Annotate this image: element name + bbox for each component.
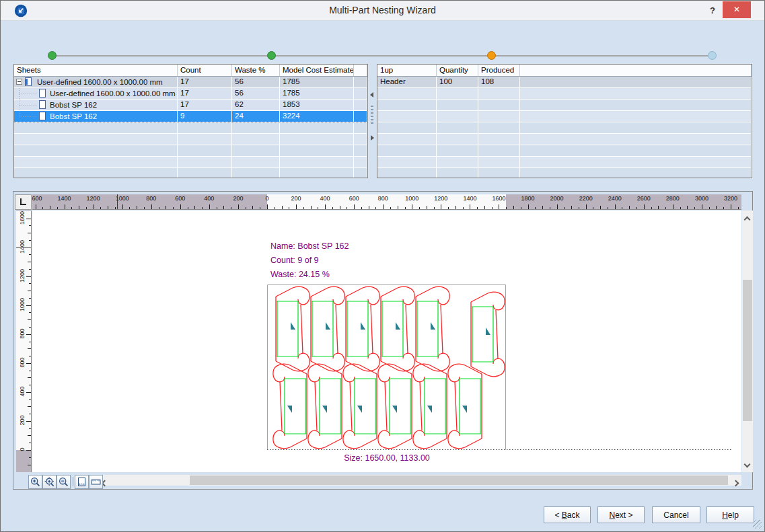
column-header[interactable]: Produced [478, 65, 520, 76]
tree-expander-minus-icon[interactable] [16, 79, 22, 85]
ruler-tick-label: 1800 [521, 195, 535, 202]
zoom-out-button[interactable] [57, 475, 71, 489]
wizard-step-dot-1[interactable] [48, 51, 57, 60]
column-header[interactable]: Quantity [437, 65, 478, 76]
toolbar-separator [71, 476, 75, 488]
column-header[interactable]: Count [178, 65, 232, 76]
ruler-tick-label: 1200 [87, 195, 100, 202]
empty-row [377, 168, 752, 178]
wizard-step-dot-4[interactable] [708, 51, 717, 60]
splitter-collapse-left-icon[interactable] [370, 92, 373, 98]
column-header[interactable]: 1up [377, 65, 437, 76]
empty-row [377, 157, 752, 168]
help-titlebar-button[interactable]: ? [704, 3, 721, 19]
ruler-tick-label: 600 [175, 195, 185, 202]
sheet-cell [354, 100, 367, 110]
resize-grip[interactable] [753, 520, 762, 529]
wizard-step-dot-2[interactable] [267, 51, 276, 60]
ruler-tick-label: 1200 [434, 195, 447, 202]
viewer-vertical-scrollbar[interactable] [742, 211, 753, 472]
ruler-tick-label: 1000 [19, 291, 26, 318]
ruler-tick-label: 800 [19, 320, 26, 347]
viewer-horizontal-scrollbar[interactable] [99, 475, 741, 486]
tree-branch-line [20, 111, 20, 116]
column-header[interactable]: Model Cost Estimate [280, 65, 354, 76]
oneup-table-row[interactable]: Header100108 [377, 77, 752, 88]
sheet-cell: 17 [178, 100, 232, 110]
cancel-button[interactable]: Cancel [652, 506, 700, 523]
sheet-cell: 3224 [280, 111, 354, 122]
sheet-document-icon [39, 100, 46, 109]
sheet-cell: 9 [178, 111, 232, 122]
wizard-step-dot-3[interactable] [487, 51, 496, 60]
oneup-cell [520, 77, 752, 87]
help-button[interactable]: Help [706, 506, 754, 523]
scroll-left-icon[interactable] [102, 478, 107, 488]
scroll-down-icon[interactable] [745, 459, 750, 469]
column-header[interactable] [520, 65, 752, 76]
column-header[interactable] [354, 65, 367, 76]
ruler-tick-label: 400 [320, 195, 330, 202]
show-dimensions-button[interactable] [89, 475, 103, 489]
ruler-tick-label: 1400 [19, 233, 26, 260]
nesting-layout-svg[interactable] [267, 284, 738, 453]
sheet-cell: 1853 [280, 100, 354, 110]
zoom-in-button[interactable] [28, 475, 42, 489]
column-header[interactable]: Waste % [232, 65, 280, 76]
splitter-grip[interactable] [371, 106, 373, 126]
close-button[interactable]: ✕ [723, 1, 751, 18]
ruler-tick-label: 0 [19, 436, 26, 463]
sheet-cell: 24 [232, 111, 280, 122]
sheets-table-row[interactable]: User-defined 1600.00 x 1000.00 mm1756178… [14, 88, 367, 100]
tree-branch-line [20, 105, 38, 106]
horizontal-ruler: 1600140012001000800600400200020040060080… [32, 194, 741, 210]
sheet-name: User-defined 1600.00 x 1000.00 mm [50, 89, 176, 99]
annotation-count: Count: 9 of 9 [270, 254, 349, 268]
empty-row [377, 111, 752, 122]
zoom-out-icon [59, 477, 69, 487]
drawing-area[interactable]: Name: Bobst SP 162 Count: 9 of 9 Waste: … [32, 211, 741, 472]
sheet-cell [354, 111, 367, 122]
zoom-dynamic-button[interactable] [42, 475, 57, 489]
sheet-name: User-defined 1600.00 x 1000.00 mm [37, 77, 163, 87]
sheet-cell: 1785 [280, 77, 354, 87]
empty-row [377, 134, 752, 145]
scroll-right-icon[interactable] [733, 478, 738, 488]
ruler-tick-label: 2800 [666, 195, 680, 202]
sheet-cell: 17 [178, 77, 232, 87]
horizontal-scroll-thumb[interactable] [190, 476, 728, 485]
splitter-collapse-right-icon[interactable] [371, 135, 374, 141]
ruler-tick-label: 1600 [32, 195, 42, 202]
vertical-ruler: 02004006008001000120014001600 [16, 211, 32, 472]
sheet-cell: 62 [232, 100, 280, 110]
sheet-cell: 56 [232, 88, 280, 99]
empty-row [377, 145, 752, 157]
ruler-tick-label: 600 [349, 195, 359, 202]
next-button[interactable]: Next > [597, 506, 645, 523]
ruler-tick-label: 1200 [19, 262, 26, 289]
ruler-tick-label: 200 [291, 195, 301, 202]
sheets-table-row[interactable]: Bobst SP 16217621853 [14, 100, 367, 111]
scroll-up-icon[interactable] [745, 214, 750, 224]
annotation-waste: Waste: 24.15 % [270, 268, 349, 282]
vertical-scroll-thumb[interactable] [743, 280, 752, 421]
sheet-cell: 1785 [280, 88, 354, 99]
table-splitter[interactable] [368, 64, 377, 178]
ruler-tick-label: 1400 [58, 195, 71, 202]
column-header[interactable]: Sheets [14, 65, 178, 76]
zoom-dynamic-icon [44, 477, 54, 487]
back-button[interactable]: < Back [544, 506, 591, 523]
ruler-tick-label: 3000 [695, 195, 708, 202]
sheets-table-row[interactable]: Bobst SP 1629243224 [14, 111, 367, 122]
sheet-cell [354, 88, 367, 99]
ruler-tick-label: 1400 [463, 195, 476, 202]
wizard-progress: ParametersB Flute, DefaultB Flute, Print… [1, 22, 764, 61]
sheets-table-row[interactable]: User-defined 1600.00 x 1000.00 mm1756178… [14, 77, 367, 88]
oneup-cell: Header [377, 77, 437, 87]
ruler-tick-label: 1600 [492, 195, 505, 202]
show-whole-sheet-button[interactable] [75, 475, 89, 489]
titlebar: Multi-Part Nesting Wizard ? ✕ [1, 1, 764, 21]
sheet-name: Bobst SP 162 [50, 112, 97, 122]
ruler-corner-box [15, 194, 32, 210]
nest-annotation: Name: Bobst SP 162 Count: 9 of 9 Waste: … [270, 239, 349, 282]
